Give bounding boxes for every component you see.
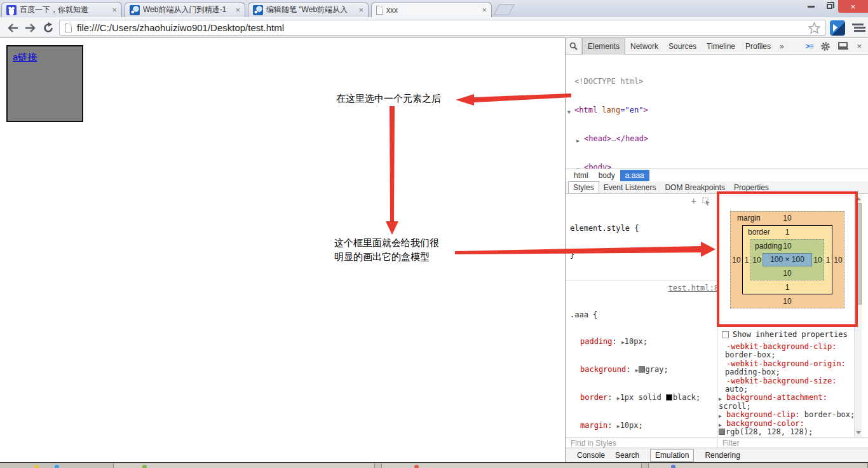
twisty-closed-icon[interactable]: ▶ [576, 136, 580, 146]
computed-property-expandable[interactable]: ▶background-attachment: [717, 394, 854, 402]
drawer-tab-rendering[interactable]: Rendering [705, 451, 740, 460]
rule-close: } [570, 251, 715, 259]
rule-element-style[interactable]: + element.style { } [566, 194, 717, 280]
window-close-button[interactable]: × [838, 0, 868, 13]
tab-close-icon[interactable]: × [482, 6, 487, 14]
drawer-tab-console[interactable]: Console [577, 451, 605, 460]
tab-close-icon[interactable]: × [235, 6, 240, 14]
gear-icon[interactable] [820, 41, 831, 52]
tab-event-listeners[interactable]: Event Listeners [599, 182, 661, 193]
back-arrow-icon [7, 24, 18, 32]
dom-html-open[interactable]: ▼<html lang="en"> [566, 106, 868, 115]
box-model-padding[interactable]: padding 10 10 10 10 100 × 100 [750, 239, 824, 280]
devtools-tab-network[interactable]: Network [625, 38, 663, 55]
browser-tab-baidu[interactable]: 百度一下，你就知道 × [1, 2, 122, 17]
dom-head[interactable]: ▶<head>…</head> [566, 134, 868, 144]
browser-tab-xxx-active[interactable]: xxx × [371, 2, 492, 17]
twisty-open-icon[interactable]: ▼ [567, 107, 571, 117]
a-link[interactable]: a链接 [13, 52, 37, 62]
rendered-page: a链接 [0, 38, 565, 462]
bookmark-star-icon[interactable] [808, 22, 820, 34]
chrome-menu-button[interactable] [850, 22, 865, 34]
color-swatch-gray[interactable] [639, 366, 645, 373]
new-style-rule-plus-icon[interactable]: + [691, 196, 696, 205]
rule-aaa[interactable]: test.html:8 .aaa { padding: ▶10px; backg… [566, 280, 717, 437]
devtools-tab-elements[interactable]: Elements [582, 38, 625, 55]
devtools-tab-sources[interactable]: Sources [663, 38, 702, 55]
breadcrumb-html[interactable]: html [569, 170, 593, 181]
more-panels-chevron[interactable]: » [776, 39, 788, 53]
margin-top-value[interactable]: 10 [731, 214, 844, 223]
windows-taskbar[interactable] [0, 462, 868, 468]
css-property[interactable]: background: ▶gray; [570, 365, 715, 375]
margin-right-value[interactable]: 10 [832, 212, 844, 308]
selector: element.style { [570, 224, 715, 233]
address-bar[interactable]: file:///C:/Users/zhaohuiziwo901/Desktop/… [59, 20, 826, 36]
margin-left-value[interactable]: 10 [731, 212, 742, 308]
margin-bottom-value[interactable]: 10 [731, 297, 844, 306]
dock-side-icon[interactable] [838, 42, 849, 51]
devtools-search-button[interactable] [566, 38, 582, 54]
browser-toolbar: file:///C:/Users/zhaohuiziwo901/Desktop/… [0, 17, 868, 38]
scrollbar-thumb[interactable] [855, 203, 862, 305]
taskbar-icon[interactable] [34, 465, 39, 468]
browser-tab-edit-note[interactable]: 编辑随笔 "Web前端从入 × [248, 2, 369, 17]
url-text[interactable]: file:///C:/Users/zhaohuiziwo901/Desktop/… [77, 22, 803, 33]
new-tab-button[interactable] [493, 4, 514, 15]
filter-input[interactable]: Filter [717, 438, 868, 448]
computed-property-expandable[interactable]: ▶background-color: [717, 420, 854, 428]
breadcrumb-body[interactable]: body [593, 170, 620, 181]
taskbar-button[interactable] [381, 464, 642, 468]
show-inherited-checkbox[interactable] [722, 331, 729, 338]
browser-tab-web-frontend[interactable]: Web前端从入门到精通-1 × [125, 2, 245, 17]
computed-property-expandable[interactable]: ▶background-clip: border-box; [717, 411, 854, 419]
tab-close-icon[interactable]: × [112, 6, 117, 14]
annotation-line-1: 这个框里面就会给我们很 [334, 236, 439, 250]
forward-button[interactable] [23, 20, 38, 36]
reload-button[interactable] [41, 20, 56, 36]
computed-property[interactable]: -webkit-background-origin: [717, 360, 854, 368]
box-model-border[interactable]: border 1 1 1 1 padding 10 10 10 10 100 ×… [742, 225, 832, 294]
tab-close-icon[interactable]: × [358, 6, 363, 14]
find-in-styles-input[interactable]: Find in Styles [566, 438, 717, 448]
taskbar-icon[interactable] [55, 465, 59, 468]
dom-body-open[interactable]: ▼<body> [566, 163, 868, 169]
dom-breadcrumb: html body a.aaa [566, 169, 868, 181]
padding-bottom-value[interactable]: 10 [751, 269, 824, 278]
dom-tree: <!DOCTYPE html> ▼<html lang="en"> ▶<head… [566, 55, 868, 169]
computed-property[interactable]: -webkit-background-clip: [717, 343, 854, 351]
element-state-icon[interactable] [702, 197, 710, 205]
breadcrumb-a-aaa-selected[interactable]: a.aaa [620, 170, 649, 181]
annotation-box-model: 这个框里面就会给我们很 明显的画出它的盒模型 [334, 236, 439, 264]
border-top-value[interactable]: 1 [743, 228, 832, 237]
tab-dom-breakpoints[interactable]: DOM Breakpoints [660, 182, 729, 193]
dom-doctype[interactable]: <!DOCTYPE html> [566, 77, 868, 86]
extension-button[interactable] [830, 20, 845, 36]
window-restore-button[interactable] [820, 0, 838, 13]
back-button[interactable] [5, 20, 20, 36]
color-swatch-black[interactable] [666, 394, 672, 401]
border-bottom-value[interactable]: 1 [743, 283, 832, 292]
window-minimize-button[interactable] [802, 0, 820, 13]
box-model-margin[interactable]: margin 10 10 10 10 border 1 1 1 1 paddin… [730, 211, 844, 308]
drawer-tab-search[interactable]: Search [615, 451, 639, 460]
box-model-content[interactable]: 100 × 100 [763, 253, 812, 266]
tab-properties[interactable]: Properties [729, 182, 773, 193]
taskbar-button[interactable] [648, 464, 868, 468]
devtools-tab-timeline[interactable]: Timeline [702, 38, 740, 55]
scroll-down-icon[interactable] [856, 431, 861, 434]
computed-property[interactable]: -webkit-background-size: [717, 377, 854, 385]
taskbar-button[interactable] [113, 464, 375, 468]
scroll-up-icon[interactable] [856, 197, 861, 200]
css-property[interactable]: border: ▶1px solid black; [570, 393, 715, 403]
devtools-close-icon[interactable]: × [857, 41, 862, 51]
drawer-tab-emulation[interactable]: Emulation [650, 449, 694, 462]
tab-title: Web前端从入门到精通-1 [143, 4, 232, 15]
console-drawer-icon[interactable]: >≡ [805, 42, 813, 51]
devtools-tab-profiles[interactable]: Profiles [740, 38, 776, 55]
tab-styles[interactable]: Styles [568, 181, 599, 194]
css-property[interactable]: margin: ▶10px; [570, 421, 715, 431]
source-link[interactable]: test.html:8 [668, 284, 717, 292]
metrics-scrollbar[interactable] [854, 195, 862, 437]
css-property[interactable]: padding: ▶10px; [570, 337, 715, 347]
